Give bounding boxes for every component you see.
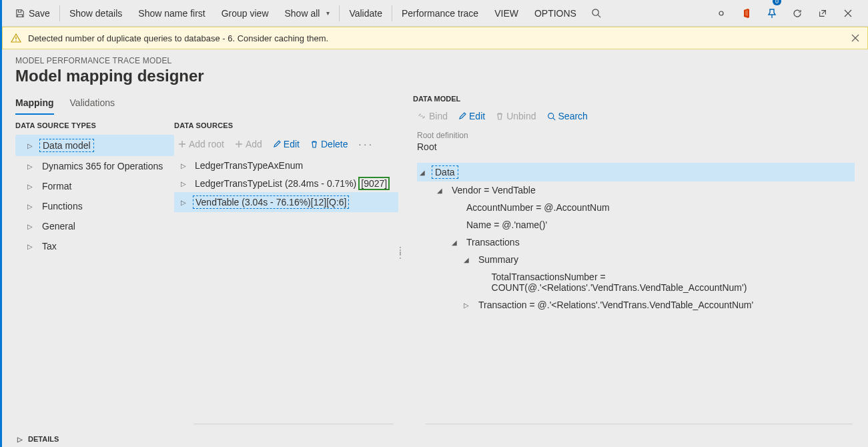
separator — [193, 424, 394, 424]
ds-ledger-list-label: LedgerTransTypeList (28.4ms - 0.71%)[902… — [193, 178, 390, 189]
data-model-header: DATA MODEL — [413, 95, 855, 103]
add-root-button[interactable]: Add root — [174, 136, 228, 152]
caret-icon: ▷ — [27, 183, 34, 190]
divider — [59, 5, 60, 21]
root-definition-label: Root definition — [417, 131, 855, 140]
delete-button[interactable]: Delete — [306, 136, 352, 152]
dm-data[interactable]: ◢ Data — [417, 163, 855, 181]
close-icon — [851, 34, 859, 42]
save-icon — [15, 9, 25, 18]
caret-icon: ▷ — [462, 302, 470, 309]
source-type-label: Data model — [39, 139, 94, 152]
caret-icon: ▷ — [27, 203, 34, 210]
svg-point-3 — [15, 40, 17, 41]
search-icon — [591, 8, 601, 18]
source-type-tax[interactable]: ▷ Tax — [15, 236, 174, 256]
more-button[interactable]: · · · — [354, 136, 375, 152]
caret-down-icon: ◢ — [418, 169, 426, 176]
page-title: Model mapping designer — [15, 67, 855, 85]
close-icon — [843, 9, 853, 18]
office-button[interactable] — [735, 0, 759, 27]
source-type-d365[interactable]: ▷ Dynamics 365 for Operations — [15, 156, 174, 176]
column-resize-handle[interactable]: ⋮⋮ — [396, 248, 405, 258]
dm-vendor[interactable]: ◢ Vendor = VendTable — [417, 181, 855, 199]
plus-icon — [178, 140, 186, 148]
save-label: Save — [29, 8, 50, 19]
plus-icon — [235, 140, 243, 148]
group-view-button[interactable]: Group view — [213, 0, 277, 27]
popout-button[interactable] — [811, 0, 835, 27]
caret-icon: ▷ — [27, 223, 34, 230]
warning-close[interactable] — [851, 34, 859, 42]
caret-down-icon: ◢ — [462, 256, 470, 264]
ds-ledger-enum[interactable]: ▷ LedgerTransTypeAxEnum — [174, 156, 398, 175]
tab-validations[interactable]: Validations — [70, 95, 115, 115]
search-icon — [547, 112, 556, 121]
dm-transactions[interactable]: ◢ Transactions — [417, 234, 855, 251]
svg-line-5 — [552, 117, 554, 119]
view-button[interactable]: VIEW — [486, 0, 526, 27]
bind-button[interactable]: Bind — [417, 111, 448, 121]
caret-icon: ▷ — [179, 180, 187, 187]
tabs: Mapping Validations — [15, 95, 174, 115]
caret-icon: ▷ — [27, 243, 34, 250]
pin-icon — [767, 8, 777, 19]
root-definition-value: Root — [417, 141, 855, 155]
caret-icon: ▷ — [27, 163, 34, 170]
source-type-general[interactable]: ▷ General — [15, 216, 174, 236]
options-button[interactable]: OPTIONS — [526, 0, 584, 27]
right-icons: 0 — [709, 0, 863, 27]
warning-banner: Detected number of duplicate queries to … — [2, 27, 868, 49]
warning-text: Detected number of duplicate queries to … — [28, 33, 328, 43]
highlight-9027: [9027] — [358, 177, 390, 190]
refresh-icon — [792, 8, 803, 19]
show-details-button[interactable]: Show details — [61, 0, 130, 27]
svg-point-4 — [548, 113, 553, 118]
pencil-icon — [273, 140, 281, 148]
details-toggle[interactable]: ▷ DETAILS — [17, 435, 59, 443]
breadcrumb: MODEL PERFORMANCE TRACE MODEL — [15, 56, 855, 65]
notifications-button[interactable]: 0 — [760, 0, 784, 27]
performance-trace-button[interactable]: Performance trace — [394, 0, 486, 27]
chevron-down-icon: ▾ — [326, 9, 330, 17]
caret-icon: ▷ — [27, 142, 34, 149]
ds-vendtable[interactable]: ▷ VendTable (3.04s - 76.16%)[12][Q:6] — [174, 192, 398, 212]
dm-transaction[interactable]: ▷ Transaction = @.'<Relations'.'VendTran… — [417, 296, 855, 314]
link-icon — [716, 8, 727, 19]
dm-total[interactable]: TotalTransactionsNumber = COUNT(@.'<Rela… — [417, 268, 855, 296]
add-button[interactable]: Add — [231, 136, 266, 152]
validate-button[interactable]: Validate — [341, 0, 390, 27]
refresh-button[interactable] — [785, 0, 809, 27]
dm-edit-button[interactable]: Edit — [458, 111, 485, 121]
attach-button[interactable] — [709, 0, 733, 27]
left-section-header: DATA SOURCE TYPES — [15, 121, 174, 129]
save-button[interactable]: Save — [7, 0, 58, 27]
dm-name[interactable]: Name = @.'name()' — [417, 216, 855, 234]
dm-search-button[interactable]: Search — [547, 111, 588, 121]
data-model-toolbar: Bind Edit Unbind Search — [413, 109, 855, 128]
svg-point-0 — [592, 9, 598, 15]
source-type-data-model[interactable]: ▷ Data model — [15, 135, 174, 156]
tab-mapping[interactable]: Mapping — [15, 95, 54, 115]
ds-ledger-list[interactable]: ▷ LedgerTransTypeList (28.4ms - 0.71%)[9… — [174, 175, 398, 192]
search-button[interactable] — [584, 0, 608, 27]
source-type-functions[interactable]: ▷ Functions — [15, 196, 174, 216]
badge: 0 — [773, 0, 781, 5]
close-button[interactable] — [836, 0, 860, 27]
dm-account[interactable]: AccountNumber = @.AccountNum — [417, 199, 855, 216]
left-column: Mapping Validations DATA SOURCE TYPES ▷ … — [15, 95, 174, 442]
show-name-first-button[interactable]: Show name first — [130, 0, 213, 27]
show-all-button[interactable]: Show all ▾ — [277, 0, 338, 27]
middle-column: DATA SOURCES Add root Add Edit Delete — [174, 95, 398, 442]
edit-button[interactable]: Edit — [269, 136, 304, 152]
unbind-button[interactable]: Unbind — [496, 111, 536, 121]
data-sources-toolbar: Add root Add Edit Delete · · · — [174, 135, 398, 156]
source-type-format[interactable]: ▷ Format — [15, 176, 174, 196]
data-model-tree: ◢ Data ◢ Vendor = VendTable AccountNumbe… — [413, 163, 855, 314]
caret-icon: ▷ — [179, 162, 187, 169]
caret-icon: ▷ — [179, 199, 187, 206]
mid-section-header: DATA SOURCES — [174, 121, 398, 129]
separator — [426, 424, 853, 424]
office-icon — [742, 8, 751, 19]
dm-summary[interactable]: ◢ Summary — [417, 251, 855, 268]
